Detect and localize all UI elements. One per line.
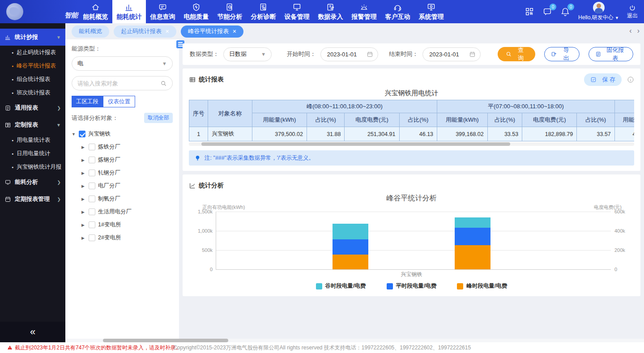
export-button[interactable]: 导 出 (544, 47, 579, 61)
scrollbar-thumb[interactable] (201, 142, 510, 146)
close-icon[interactable]: ✕ (232, 29, 236, 34)
tree-node[interactable]: ▶2#变电所 (81, 231, 173, 244)
tab-work-area-section[interactable]: 工区工段 (72, 96, 103, 107)
nav-item-device-management[interactable]: 设备管理 (280, 0, 314, 23)
tab-meter-position[interactable]: 仪表位置 (103, 96, 135, 107)
stacked-bar-cost[interactable] (455, 212, 490, 269)
tree-checkbox[interactable] (89, 221, 95, 228)
legend-item-valley[interactable]: 谷时段电量/电费 (316, 282, 366, 290)
legend-item-flat[interactable]: 平时段电量/电费 (387, 282, 437, 290)
logout-button[interactable]: 退出 (627, 4, 638, 20)
notifications-bell-icon[interactable]: 0 (560, 7, 570, 17)
tab-start-stop-code-report[interactable]: 起止码统计报表✕ (114, 26, 176, 38)
sidebar-item-statistics-reporting[interactable]: 统计抄报 ▼ (0, 29, 65, 46)
save-button[interactable]: 保 存 (584, 73, 622, 86)
tree-node[interactable]: ▶电厂分厂 (81, 179, 173, 192)
sidebar-item-xingbao-monthly[interactable]: 兴宝钢铁统计月报 (0, 160, 65, 174)
cell-value: 379,500.02 (252, 127, 307, 141)
legend-item-peak[interactable]: 峰时段电量/电费 (457, 282, 507, 290)
energy-type-select[interactable]: 电 ▼ (72, 56, 173, 71)
bar-segment[interactable] (455, 228, 490, 245)
brand-text: 智能 (64, 11, 78, 20)
query-button[interactable]: 查 询 (498, 47, 535, 61)
bar-segment[interactable] (333, 255, 368, 269)
nav-item-alarm-management[interactable]: 报警管理 (347, 0, 381, 23)
bar-segment[interactable] (333, 224, 368, 239)
tree-expand-icon[interactable]: ▶ (81, 171, 86, 175)
tree-checkbox[interactable] (89, 208, 95, 215)
tab-scroll-left-icon[interactable]: ‹ (629, 27, 631, 35)
search-input[interactable] (77, 80, 160, 87)
tree-expand-icon[interactable]: ▶ (81, 223, 86, 227)
nav-item-info-query[interactable]: 信息查询 (146, 0, 179, 23)
end-date-input[interactable] (429, 51, 467, 58)
sidebar-item-energy-analysis[interactable]: 能耗分析 ❯ (0, 174, 65, 191)
tree-node[interactable]: ▶制氧分厂 (81, 192, 173, 205)
tab-peak-valley-flat-report[interactable]: 峰谷平统计报表✕ (181, 26, 243, 38)
nav-item-customer-interaction[interactable]: 客户互动 (381, 0, 414, 23)
tree-checkbox-checked[interactable] (79, 131, 85, 137)
scrollbar-thumb[interactable] (103, 339, 228, 342)
bar-segment[interactable] (455, 245, 490, 269)
sidebar-item-peak-valley-flat-report[interactable]: 峰谷平统计报表 (0, 59, 65, 72)
tree-checkbox[interactable] (89, 157, 95, 163)
cell-seq: 1 (189, 127, 208, 141)
content-horizontal-scrollbar[interactable] (65, 339, 644, 342)
bar-segment[interactable] (455, 217, 490, 228)
nav-item-system-management[interactable]: 系统管理 (414, 0, 448, 23)
search-icon[interactable] (160, 80, 167, 87)
calendar-icon[interactable] (469, 51, 476, 58)
nav-item-energy-statistics[interactable]: 能耗统计 (112, 0, 146, 23)
sidebar-collapse-button[interactable]: « (0, 322, 65, 342)
tree-checkbox[interactable] (89, 196, 95, 202)
bar-segment[interactable] (333, 239, 368, 255)
sidebar-item-daily-electricity[interactable]: 日用电量统计 (0, 147, 65, 160)
tree-checkbox[interactable] (89, 170, 95, 176)
tree-node[interactable]: ▶炼铁分厂 (81, 140, 173, 153)
qr-code-icon[interactable] (525, 7, 534, 17)
close-icon[interactable]: ✕ (165, 29, 169, 34)
tree-checkbox[interactable] (89, 183, 95, 189)
data-type-select[interactable]: 日数据 ▼ (223, 47, 272, 61)
sidebar-item-combined-report[interactable]: 组合统计报表 (0, 72, 65, 86)
tree-expand-icon[interactable]: ▶ (81, 197, 86, 201)
tree-expand-icon[interactable]: ▶ (81, 184, 86, 188)
calendar-icon[interactable] (367, 51, 373, 58)
user-menu[interactable]: Hello,研发中心 ▼ (578, 2, 619, 21)
info-icon[interactable] (627, 76, 634, 83)
sidebar-item-scheduled-report-management[interactable]: 定期报表管理 ❯ (0, 191, 65, 208)
tree-expand-icon[interactable]: ▼ (72, 132, 76, 136)
tree-node[interactable]: ▶炼钢分厂 (81, 153, 173, 166)
tree-checkbox[interactable] (89, 234, 95, 241)
messages-icon[interactable]: 0 (542, 7, 552, 17)
tree-checkbox[interactable] (89, 144, 95, 150)
stacked-bar-energy[interactable] (333, 212, 368, 269)
start-date-input[interactable] (327, 51, 365, 58)
nav-item-data-entry[interactable]: 数据录入 (314, 0, 347, 23)
tree-node-root[interactable]: ▼ 兴宝钢铁 (72, 128, 173, 140)
nav-label: 信息查询 (150, 13, 175, 21)
tab-scroll-right-icon[interactable]: › (637, 27, 640, 35)
sidebar-item-custom-reports[interactable]: 定制报表 ▼ (0, 116, 65, 133)
tab-energy-overview[interactable]: 能耗概览 (72, 26, 109, 38)
tree-expand-icon[interactable]: ▶ (81, 145, 86, 149)
table-horizontal-scrollbar[interactable] (189, 142, 634, 146)
sidebar-item-electricity-usage-table[interactable]: 用电量统计表 (0, 133, 65, 147)
nav-item-energy-overview[interactable]: 能耗概览 (79, 0, 112, 23)
nav-item-energy-saving-analysis[interactable]: 节能分析 (213, 0, 247, 23)
solidify-report-button[interactable]: 固化报表 (589, 47, 633, 61)
nav-item-analysis-diagnosis[interactable]: 分析诊断 (247, 0, 280, 23)
nav-item-power-quality[interactable]: 电能质量 (179, 0, 213, 23)
sidebar-item-shift-report[interactable]: 班次统计报表 (0, 86, 65, 99)
sidebar-item-label: 定制报表 (15, 121, 38, 129)
tree-expand-icon[interactable]: ▶ (81, 210, 86, 214)
tree-expand-icon[interactable]: ▶ (81, 158, 86, 162)
sub-header: 占比(%) (577, 113, 615, 127)
sidebar-item-start-stop-code-report[interactable]: 起止码统计报表 (0, 46, 65, 59)
tree-node[interactable]: ▶1#变电所 (81, 218, 173, 231)
sidebar-item-general-reports[interactable]: 通用报表 ❯ (0, 99, 65, 116)
cancel-all-button[interactable]: 取消全部 (144, 113, 173, 123)
tree-expand-icon[interactable]: ▶ (81, 236, 86, 240)
tree-node[interactable]: ▶轧钢分厂 (81, 166, 173, 179)
tree-node[interactable]: ▶生活用电分厂 (81, 205, 173, 218)
